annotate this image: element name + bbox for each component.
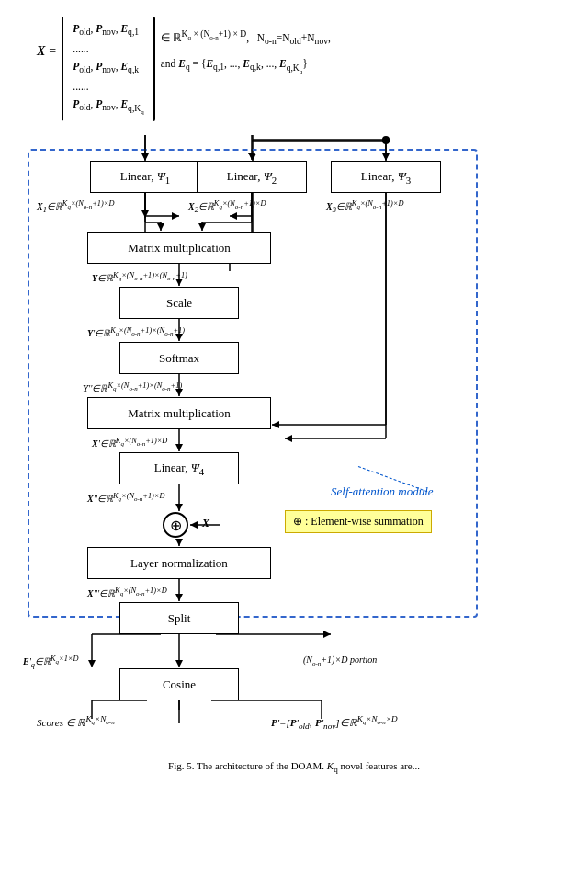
rhs-line1: ∈ ℝKq × (No-n+1) × D, No-n=Nold+Nnov, — [161, 26, 331, 49]
layer-norm-label: Layer normalization — [130, 556, 228, 571]
main-container: X = Pold, Pnov, Eq,1 ...... Pold, Pnov, … — [0, 0, 588, 870]
eq-prime-label: E'q∈ℝKq×1×D — [23, 654, 78, 669]
x-prime-label: X'∈ℝKq×(No-n+1)×D — [92, 437, 167, 449]
scale-box: Scale — [119, 287, 239, 319]
linear4-label: Linear, Ψ4 — [154, 461, 204, 477]
cosine-box: Cosine — [119, 668, 239, 700]
p-prime-label: P'=[P'old; P'nov]∈ℝKq×No-n×D — [271, 714, 398, 731]
svg-marker-54 — [175, 444, 183, 451]
matrix-mult2-label: Matrix multiplication — [128, 406, 231, 421]
x3-label: X3∈ℝKq×(No-n+1)×D — [326, 199, 403, 214]
linear3-box: Linear, Ψ3 — [331, 161, 441, 193]
scores-label: Scores ∈ ℝKq×No-n — [37, 714, 115, 729]
svg-point-4 — [382, 136, 390, 143]
svg-point-24 — [382, 137, 390, 144]
matrix-row-3: Pold, Pnov, Eq,Kq — [73, 96, 143, 118]
matrix-right-bracket — [148, 17, 155, 121]
y-prime-label: Y'∈ℝKq×(No-n+1)×(No-n+1) — [87, 326, 185, 338]
svg-marker-52 — [272, 421, 279, 428]
softmax-label: Softmax — [159, 351, 199, 366]
svg-marker-39 — [157, 223, 164, 231]
formula-x-label: X = — [37, 44, 56, 59]
softmax-box: Softmax — [119, 342, 239, 374]
svg-marker-23 — [248, 153, 255, 160]
svg-marker-1 — [141, 154, 149, 161]
matrix-row-2: Pold, Pnov, Eq,k — [73, 58, 139, 78]
svg-marker-67 — [323, 631, 331, 638]
matrix-block: Pold, Pnov, Eq,1 ...... Pold, Pnov, Eq,k… — [62, 17, 154, 121]
split-box: Split — [119, 602, 239, 634]
legend-symbol: ⊕ — [293, 515, 302, 528]
y-double-prime-label: Y''∈ℝKq×(No-n+1)×(No-n+1) — [83, 381, 182, 393]
linear3-label: Linear, Ψ3 — [361, 169, 411, 186]
svg-marker-30 — [172, 212, 179, 220]
svg-marker-62 — [175, 594, 183, 601]
top-formula: X = Pold, Pnov, Eq,1 ...... Pold, Pnov, … — [18, 9, 570, 135]
svg-marker-27 — [382, 153, 390, 160]
matrix-row-1: Pold, Pnov, Eq,1 — [73, 20, 139, 40]
matrix-row-dots2: ...... — [73, 78, 88, 97]
svg-marker-3 — [249, 154, 256, 161]
formula-rhs: ∈ ℝKq × (No-n+1) × D, No-n=Nold+Nnov, an… — [161, 26, 331, 77]
x2-label: X2∈ℝKq×(No-n+1)×D — [188, 199, 266, 214]
circle-plus: ⊕ — [163, 512, 188, 538]
linear1-label: Linear, Ψ1 — [120, 169, 170, 186]
matrix-rows: Pold, Pnov, Eq,1 ...... Pold, Pnov, Eq,k… — [69, 17, 147, 121]
matrix-mult1-label: Matrix multiplication — [128, 241, 231, 256]
rhs-line2: and Eq = {Eq,1, ..., Eq,k, ..., Eq,Kq} — [161, 54, 331, 77]
matrix-mult2-box: Matrix multiplication — [87, 397, 271, 429]
svg-marker-21 — [141, 153, 149, 160]
figure-caption: Fig. 5. The architecture of the DOAM. Kq… — [18, 760, 570, 774]
y-label: Y∈ℝKq×(No-n+1)×(No-n+1) — [92, 271, 187, 283]
legend-text: : Element-wise summation — [305, 515, 424, 528]
caption-text: Fig. 5. The architecture of the DOAM. Kq… — [168, 760, 420, 771]
linear1-box: Linear, Ψ1 — [90, 161, 200, 193]
svg-marker-60 — [175, 539, 183, 546]
svg-marker-9 — [141, 210, 149, 218]
linear4-box: Linear, Ψ4 — [119, 452, 239, 484]
cosine-label: Cosine — [163, 677, 196, 692]
matrix-row-dots1: ...... — [73, 40, 88, 59]
x-variable: X — [37, 44, 45, 59]
linear2-box: Linear, Ψ2 — [197, 161, 307, 193]
svg-marker-56 — [175, 504, 183, 511]
matrix-mult1-box: Matrix multiplication — [87, 232, 271, 264]
svg-marker-6 — [382, 154, 390, 161]
svg-marker-19 — [285, 435, 292, 442]
x-back-label: X — [202, 517, 209, 530]
equals-sign: = — [49, 44, 56, 59]
linear2-label: Linear, Ψ2 — [227, 169, 277, 186]
x1-label: X1∈ℝKq×(No-n+1)×D — [37, 199, 114, 214]
svg-marker-65 — [88, 660, 96, 667]
p-split-right: (No-n+1)×D portion — [303, 654, 377, 667]
diagram-area: Linear, Ψ1 Linear, Ψ2 Linear, Ψ3 X1∈ℝKq×… — [18, 135, 570, 834]
split-label: Split — [168, 611, 191, 626]
svg-marker-58 — [190, 521, 198, 529]
legend-box: ⊕ : Element-wise summation — [285, 510, 432, 533]
x-triple-prime-label: X'''∈ℝKq×(No-n+1)×D — [87, 586, 167, 598]
svg-marker-43 — [198, 223, 206, 231]
matrix-left-bracket — [62, 17, 69, 121]
x-double-prime-label: X''∈ℝKq×(No-n+1)×D — [87, 492, 165, 504]
scale-label: Scale — [166, 296, 192, 311]
svg-marker-69 — [175, 660, 183, 667]
layer-norm-box: Layer normalization — [87, 547, 271, 579]
